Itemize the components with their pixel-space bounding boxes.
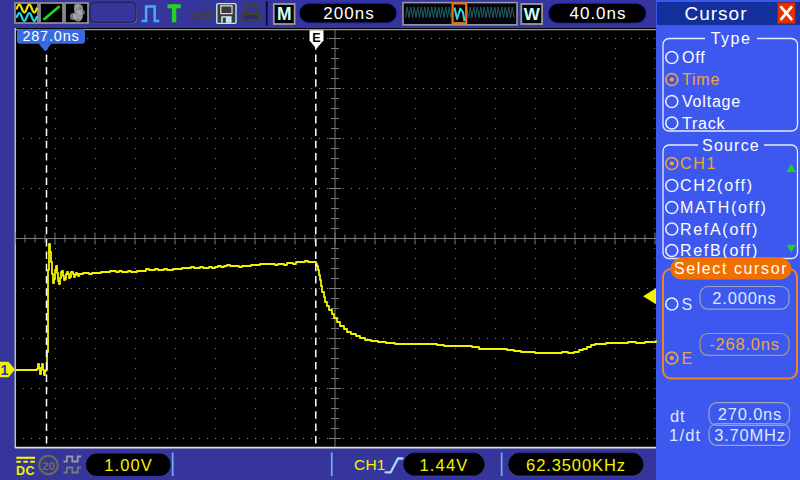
svg-text:dt: dt xyxy=(670,407,685,425)
svg-text:DC: DC xyxy=(16,464,35,478)
svg-text:S: S xyxy=(682,296,693,313)
svg-text:W: W xyxy=(524,5,541,24)
svg-text:287.0ns: 287.0ns xyxy=(22,28,79,44)
svg-text:RefA(off): RefA(off) xyxy=(680,221,759,238)
svg-text:Cursor: Cursor xyxy=(684,3,747,24)
svg-text:RefB(off): RefB(off) xyxy=(680,242,759,259)
svg-text:270.0ns: 270.0ns xyxy=(718,405,782,423)
svg-text:M: M xyxy=(277,4,292,24)
svg-text:2.000ns: 2.000ns xyxy=(712,289,776,307)
svg-text:1: 1 xyxy=(1,362,9,378)
svg-text:Type: Type xyxy=(711,30,752,47)
svg-text:E: E xyxy=(682,350,693,367)
svg-text:CH1: CH1 xyxy=(680,155,717,172)
svg-text:1/dt: 1/dt xyxy=(669,426,701,444)
svg-text:MATH(off): MATH(off) xyxy=(680,199,768,216)
svg-text:Select cursor: Select cursor xyxy=(674,260,788,277)
svg-text:CH1: CH1 xyxy=(354,456,386,473)
svg-text:3.70MHz: 3.70MHz xyxy=(714,426,786,444)
svg-text:Source: Source xyxy=(702,137,760,154)
svg-text:62.3500KHz: 62.3500KHz xyxy=(526,456,626,474)
svg-text:Time: Time xyxy=(682,71,720,88)
svg-text:Voltage: Voltage xyxy=(682,93,741,110)
svg-text:20: 20 xyxy=(42,460,55,472)
svg-text:Off: Off xyxy=(682,49,705,66)
svg-text:E: E xyxy=(312,31,320,45)
svg-text:200ns: 200ns xyxy=(323,4,374,23)
svg-text:40.0ns: 40.0ns xyxy=(569,4,626,23)
svg-text:1.00V: 1.00V xyxy=(104,456,153,474)
svg-text:Track: Track xyxy=(682,115,726,132)
svg-text:1.44V: 1.44V xyxy=(419,456,468,474)
svg-text:CH2(off): CH2(off) xyxy=(680,177,754,194)
svg-text:-268.0ns: -268.0ns xyxy=(709,335,780,353)
